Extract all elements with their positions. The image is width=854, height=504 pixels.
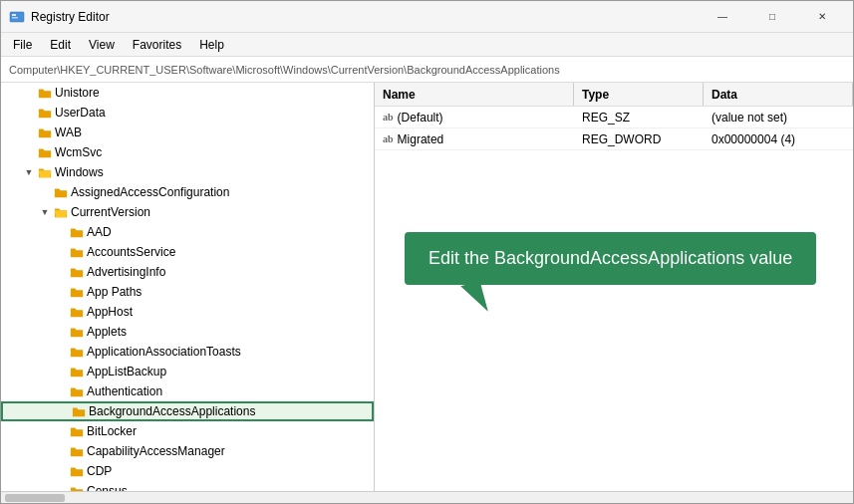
detail-row-migrated[interactable]: ab Migrated REG_DWORD 0x00000004 (4) — [375, 128, 853, 150]
folder-icon — [69, 463, 85, 479]
detail-header: Name Type Data — [375, 83, 853, 107]
expand-arrow[interactable] — [37, 204, 53, 220]
main-content: UnistoreUserDataWABWcmSvcWindowsAssigned… — [1, 83, 853, 491]
folder-icon — [69, 264, 85, 280]
menu-item-help[interactable]: Help — [191, 36, 232, 54]
detail-panel[interactable]: Name Type Data ab (Default) REG_SZ (valu… — [375, 83, 853, 491]
expand-arrow[interactable] — [37, 184, 53, 200]
expand-arrow[interactable] — [21, 105, 37, 121]
cell-data-migrated: 0x00000004 (4) — [704, 128, 853, 149]
expand-arrow[interactable] — [53, 264, 69, 280]
tree-item[interactable]: Windows — [1, 162, 374, 182]
menu-item-view[interactable]: View — [81, 36, 123, 54]
tree-item[interactable]: BitLocker — [1, 421, 374, 441]
folder-icon — [69, 344, 85, 360]
tree-item[interactable]: Authentication — [1, 381, 374, 401]
expand-arrow[interactable] — [21, 144, 37, 160]
folder-icon — [69, 383, 85, 399]
scrollbar-thumb[interactable] — [5, 494, 65, 502]
close-button[interactable]: ✕ — [799, 1, 845, 33]
tree-item[interactable]: BackgroundAccessApplications — [1, 401, 374, 421]
expand-arrow[interactable] — [53, 324, 69, 340]
expand-arrow[interactable] — [55, 403, 71, 419]
tree-item[interactable]: AppListBackup — [1, 362, 374, 381]
tree-item[interactable]: AAD — [1, 222, 374, 242]
minimize-button[interactable]: — — [700, 1, 745, 33]
tree-item[interactable]: CapabilityAccessManager — [1, 441, 374, 461]
menu-item-edit[interactable]: Edit — [42, 36, 79, 54]
tree-item[interactable]: UserData — [1, 103, 374, 123]
title-controls: — □ ✕ — [700, 1, 845, 33]
menu-item-file[interactable]: File — [5, 36, 40, 54]
tree-item-label: WcmSvc — [55, 145, 102, 159]
tree-item[interactable]: CDP — [1, 461, 374, 481]
folder-icon — [69, 483, 85, 491]
tree-item[interactable]: ApplicationAssociationToasts — [1, 342, 374, 362]
tree-item[interactable]: AdvertisingInfo — [1, 262, 374, 282]
tree-item-label: CapabilityAccessManager — [87, 444, 225, 458]
app-icon — [9, 9, 25, 25]
folder-icon — [71, 403, 87, 419]
reg-sz-icon: ab — [383, 112, 394, 123]
tree-item[interactable]: App Paths — [1, 282, 374, 302]
tree-item-label: AppHost — [87, 305, 133, 319]
tree-item-label: ApplicationAssociationToasts — [87, 345, 241, 359]
folder-icon — [37, 105, 53, 121]
tree-item-label: AdvertisingInfo — [87, 265, 165, 279]
folder-icon — [37, 164, 53, 180]
tree-item[interactable]: AppHost — [1, 302, 374, 322]
menu-item-favorites[interactable]: Favorites — [125, 36, 189, 54]
expand-arrow[interactable] — [53, 483, 69, 491]
maximize-button[interactable]: □ — [749, 1, 795, 33]
folder-icon — [69, 304, 85, 320]
tree-item-label: AccountsService — [87, 245, 175, 259]
folder-icon — [69, 224, 85, 240]
tree-item-label: Census — [87, 484, 128, 491]
cell-name-default: ab (Default) — [375, 107, 574, 127]
tree-item-label: BitLocker — [87, 424, 137, 438]
col-data: Data — [704, 83, 853, 106]
expand-arrow[interactable] — [53, 423, 69, 439]
tree-item[interactable]: CurrentVersion — [1, 202, 374, 222]
expand-arrow[interactable] — [53, 304, 69, 320]
tree-item-label: App Paths — [87, 285, 142, 299]
menu-bar: FileEditViewFavoritesHelp — [1, 33, 853, 57]
expand-arrow[interactable] — [53, 443, 69, 459]
title-bar-left: Registry Editor — [9, 9, 110, 25]
tree-item-label: AppListBackup — [87, 365, 166, 378]
horizontal-scrollbar[interactable] — [1, 491, 853, 503]
tree-item-label: Authentication — [87, 384, 162, 398]
folder-icon — [69, 423, 85, 439]
tree-item[interactable]: WAB — [1, 123, 374, 142]
expand-arrow[interactable] — [53, 463, 69, 479]
expand-arrow[interactable] — [53, 224, 69, 240]
cell-type-default: REG_SZ — [574, 107, 704, 127]
tree-item-label: BackgroundAccessApplications — [89, 404, 255, 418]
svg-rect-2 — [12, 17, 18, 19]
folder-icon — [69, 364, 85, 379]
tree-item[interactable]: Unistore — [1, 83, 374, 103]
tree-item-label: Unistore — [55, 86, 100, 100]
tree-item-label: CurrentVersion — [71, 205, 150, 219]
folder-icon — [53, 204, 69, 220]
folder-icon — [69, 284, 85, 300]
tree-item[interactable]: Applets — [1, 322, 374, 342]
tree-item[interactable]: WcmSvc — [1, 142, 374, 162]
expand-arrow[interactable] — [21, 125, 37, 140]
folder-icon — [69, 244, 85, 260]
tree-item-label: AAD — [87, 225, 112, 239]
expand-arrow[interactable] — [53, 364, 69, 379]
expand-arrow[interactable] — [21, 164, 37, 180]
tree-item[interactable]: AccountsService — [1, 242, 374, 262]
window-title: Registry Editor — [31, 10, 110, 24]
expand-arrow[interactable] — [53, 244, 69, 260]
expand-arrow[interactable] — [53, 383, 69, 399]
detail-row-default[interactable]: ab (Default) REG_SZ (value not set) — [375, 107, 853, 128]
tree-item-label: Applets — [87, 325, 127, 339]
expand-arrow[interactable] — [53, 284, 69, 300]
tree-panel[interactable]: UnistoreUserDataWABWcmSvcWindowsAssigned… — [1, 83, 375, 491]
expand-arrow[interactable] — [21, 85, 37, 101]
tree-item[interactable]: AssignedAccessConfiguration — [1, 182, 374, 202]
tree-item[interactable]: Census — [1, 481, 374, 491]
expand-arrow[interactable] — [53, 344, 69, 360]
